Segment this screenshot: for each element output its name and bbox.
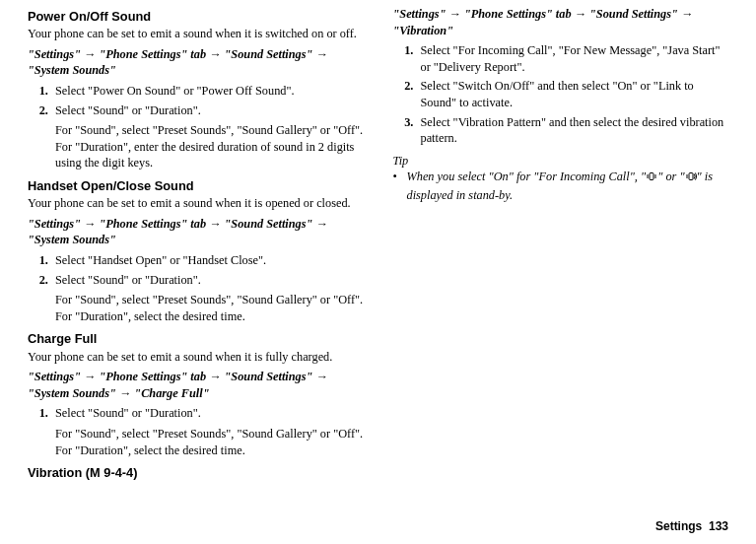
step-text: Select "For Incoming Call", "For New Mes… (421, 43, 721, 74)
footer-category: Settings (655, 519, 702, 533)
page-footer: Settings 133 (655, 518, 728, 534)
step-text: Select "Sound" or "Duration". (55, 406, 201, 420)
step: Select "Vibration Pattern" and then sele… (417, 114, 729, 147)
step-text: Select "Sound" or "Duration". (55, 103, 201, 117)
heading-handset: Handset Open/Close Sound (28, 177, 364, 194)
vibrate-ring-icon (685, 170, 697, 187)
tip-bullet: • (393, 169, 407, 203)
footer-page: 133 (709, 519, 728, 533)
step-sub: For "Sound", select "Preset Sounds", "So… (55, 122, 364, 171)
tip-heading: Tip (393, 153, 729, 170)
vibrate-icon (646, 170, 657, 187)
step-text: Select "Handset Open" or "Handset Close"… (55, 253, 266, 267)
tip-part: When you select "On" for "For Incoming C… (407, 170, 647, 183)
step: Select "For Incoming Call", "For New Mes… (417, 42, 729, 75)
intro-handset: Your phone can be set to emit a sound wh… (28, 195, 364, 212)
svg-rect-0 (650, 173, 653, 180)
intro-charge: Your phone can be set to emit a sound wh… (28, 349, 364, 366)
step: Select "Switch On/Off" and then select "… (417, 78, 729, 110)
section-charge-full: Charge Full Your phone can be set to emi… (28, 330, 364, 458)
steps-charge: Select "Sound" or "Duration". For "Sound… (28, 405, 364, 458)
intro-power: Your phone can be set to emit a sound wh… (28, 26, 364, 42)
path-power: "Settings" → "Phone Settings" tab → "Sou… (28, 46, 364, 79)
section-handset-sound: Handset Open/Close Sound Your phone can … (28, 177, 364, 324)
heading-power: Power On/Off Sound (28, 8, 364, 25)
tip-part: " or " (657, 170, 684, 183)
menu-code: (M 9-4-4) (86, 465, 138, 480)
steps-power: Select "Power On Sound" or "Power Off So… (28, 83, 364, 171)
heading-vibration: Vibration (M 9-4-4) (28, 464, 364, 481)
steps-vibration: Select "For Incoming Call", "For New Mes… (393, 42, 729, 147)
tip-row: • When you select "On" for "For Incoming… (393, 169, 729, 203)
path-charge: "Settings" → "Phone Settings" tab → "Sou… (28, 369, 364, 401)
tip-text: When you select "On" for "For Incoming C… (407, 169, 729, 203)
path-text: "Settings" → "Phone Settings" tab → "Sou… (28, 370, 328, 400)
path-vibration: "Settings" → "Phone Settings" tab → "Sou… (393, 6, 729, 38)
step: Select "Handset Open" or "Handset Close"… (51, 252, 364, 269)
heading-charge: Charge Full (28, 330, 364, 347)
step-text: Select "Sound" or "Duration". (55, 273, 201, 287)
step: Select "Sound" or "Duration". For "Sound… (51, 405, 364, 458)
path-text: "Settings" → "Phone Settings" tab → "Sou… (393, 7, 694, 37)
step-text: Select "Switch On/Off" and then select "… (421, 79, 694, 109)
path-handset: "Settings" → "Phone Settings" tab → "Sou… (28, 216, 364, 248)
step: Select "Power On Sound" or "Power Off So… (51, 83, 364, 100)
step: Select "Sound" or "Duration". For "Sound… (51, 102, 364, 171)
step-text: Select "Power On Sound" or "Power Off So… (55, 84, 295, 98)
heading-text: Vibration (28, 465, 82, 480)
steps-handset: Select "Handset Open" or "Handset Close"… (28, 252, 364, 324)
step-sub: For "Sound", select "Preset Sounds", "So… (55, 426, 364, 458)
path-text: "Settings" → "Phone Settings" tab → "Sou… (28, 47, 328, 78)
path-text: "Settings" → "Phone Settings" tab → "Sou… (28, 217, 328, 247)
step-sub: For "Sound", select "Preset Sounds", "So… (55, 292, 364, 324)
section-power-sound: Power On/Off Sound Your phone can be set… (28, 8, 364, 171)
step: Select "Sound" or "Duration". For "Sound… (51, 272, 364, 325)
svg-rect-1 (689, 173, 693, 180)
step-text: Select "Vibration Pattern" and then sele… (421, 115, 724, 146)
